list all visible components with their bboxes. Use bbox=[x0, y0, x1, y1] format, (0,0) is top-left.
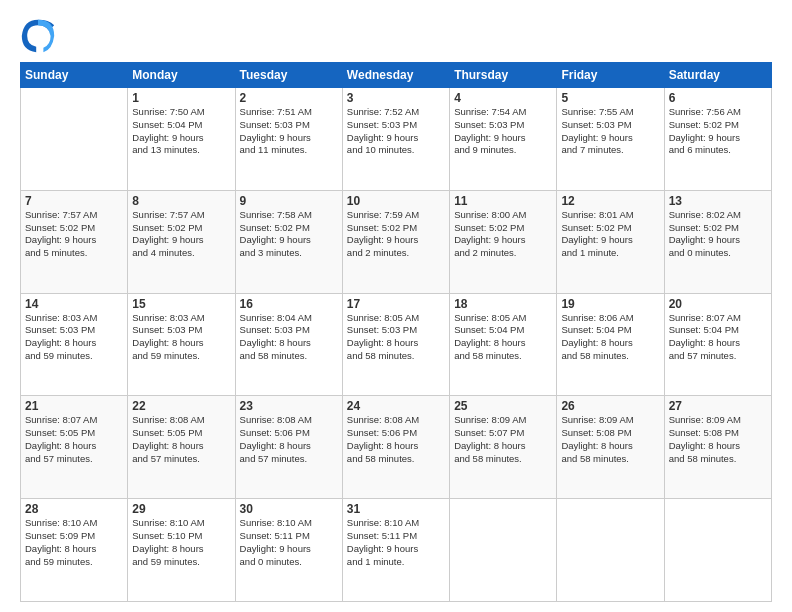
day-info: Sunrise: 7:51 AM Sunset: 5:03 PM Dayligh… bbox=[240, 106, 338, 157]
header-row: SundayMondayTuesdayWednesdayThursdayFrid… bbox=[21, 63, 772, 88]
day-cell: 9Sunrise: 7:58 AM Sunset: 5:02 PM Daylig… bbox=[235, 190, 342, 293]
day-info: Sunrise: 8:10 AM Sunset: 5:11 PM Dayligh… bbox=[240, 517, 338, 568]
day-number: 5 bbox=[561, 91, 659, 105]
day-number: 15 bbox=[132, 297, 230, 311]
day-number: 28 bbox=[25, 502, 123, 516]
day-number: 14 bbox=[25, 297, 123, 311]
day-number: 18 bbox=[454, 297, 552, 311]
day-cell: 30Sunrise: 8:10 AM Sunset: 5:11 PM Dayli… bbox=[235, 499, 342, 602]
day-info: Sunrise: 8:05 AM Sunset: 5:04 PM Dayligh… bbox=[454, 312, 552, 363]
day-number: 12 bbox=[561, 194, 659, 208]
day-info: Sunrise: 8:09 AM Sunset: 5:08 PM Dayligh… bbox=[669, 414, 767, 465]
day-number: 16 bbox=[240, 297, 338, 311]
day-cell: 31Sunrise: 8:10 AM Sunset: 5:11 PM Dayli… bbox=[342, 499, 449, 602]
day-info: Sunrise: 7:57 AM Sunset: 5:02 PM Dayligh… bbox=[132, 209, 230, 260]
day-info: Sunrise: 7:55 AM Sunset: 5:03 PM Dayligh… bbox=[561, 106, 659, 157]
logo bbox=[20, 18, 62, 54]
day-number: 11 bbox=[454, 194, 552, 208]
day-cell: 20Sunrise: 8:07 AM Sunset: 5:04 PM Dayli… bbox=[664, 293, 771, 396]
day-cell: 23Sunrise: 8:08 AM Sunset: 5:06 PM Dayli… bbox=[235, 396, 342, 499]
day-cell: 5Sunrise: 7:55 AM Sunset: 5:03 PM Daylig… bbox=[557, 88, 664, 191]
day-cell: 22Sunrise: 8:08 AM Sunset: 5:05 PM Dayli… bbox=[128, 396, 235, 499]
day-number: 7 bbox=[25, 194, 123, 208]
day-cell: 1Sunrise: 7:50 AM Sunset: 5:04 PM Daylig… bbox=[128, 88, 235, 191]
day-cell: 27Sunrise: 8:09 AM Sunset: 5:08 PM Dayli… bbox=[664, 396, 771, 499]
day-cell bbox=[450, 499, 557, 602]
day-cell bbox=[557, 499, 664, 602]
day-info: Sunrise: 8:03 AM Sunset: 5:03 PM Dayligh… bbox=[25, 312, 123, 363]
day-header-thursday: Thursday bbox=[450, 63, 557, 88]
day-cell: 3Sunrise: 7:52 AM Sunset: 5:03 PM Daylig… bbox=[342, 88, 449, 191]
week-row-4: 28Sunrise: 8:10 AM Sunset: 5:09 PM Dayli… bbox=[21, 499, 772, 602]
day-cell: 24Sunrise: 8:08 AM Sunset: 5:06 PM Dayli… bbox=[342, 396, 449, 499]
day-info: Sunrise: 7:57 AM Sunset: 5:02 PM Dayligh… bbox=[25, 209, 123, 260]
day-info: Sunrise: 7:54 AM Sunset: 5:03 PM Dayligh… bbox=[454, 106, 552, 157]
day-cell: 11Sunrise: 8:00 AM Sunset: 5:02 PM Dayli… bbox=[450, 190, 557, 293]
day-number: 13 bbox=[669, 194, 767, 208]
day-info: Sunrise: 7:58 AM Sunset: 5:02 PM Dayligh… bbox=[240, 209, 338, 260]
day-number: 27 bbox=[669, 399, 767, 413]
day-header-tuesday: Tuesday bbox=[235, 63, 342, 88]
day-number: 10 bbox=[347, 194, 445, 208]
day-number: 26 bbox=[561, 399, 659, 413]
day-info: Sunrise: 7:50 AM Sunset: 5:04 PM Dayligh… bbox=[132, 106, 230, 157]
day-info: Sunrise: 8:03 AM Sunset: 5:03 PM Dayligh… bbox=[132, 312, 230, 363]
day-info: Sunrise: 8:01 AM Sunset: 5:02 PM Dayligh… bbox=[561, 209, 659, 260]
logo-icon bbox=[20, 18, 56, 54]
day-cell: 4Sunrise: 7:54 AM Sunset: 5:03 PM Daylig… bbox=[450, 88, 557, 191]
day-info: Sunrise: 8:07 AM Sunset: 5:04 PM Dayligh… bbox=[669, 312, 767, 363]
day-number: 25 bbox=[454, 399, 552, 413]
day-cell: 12Sunrise: 8:01 AM Sunset: 5:02 PM Dayli… bbox=[557, 190, 664, 293]
day-number: 6 bbox=[669, 91, 767, 105]
day-header-saturday: Saturday bbox=[664, 63, 771, 88]
day-cell bbox=[21, 88, 128, 191]
day-cell: 13Sunrise: 8:02 AM Sunset: 5:02 PM Dayli… bbox=[664, 190, 771, 293]
day-number: 20 bbox=[669, 297, 767, 311]
day-number: 24 bbox=[347, 399, 445, 413]
day-info: Sunrise: 8:08 AM Sunset: 5:05 PM Dayligh… bbox=[132, 414, 230, 465]
day-number: 21 bbox=[25, 399, 123, 413]
day-cell: 15Sunrise: 8:03 AM Sunset: 5:03 PM Dayli… bbox=[128, 293, 235, 396]
week-row-0: 1Sunrise: 7:50 AM Sunset: 5:04 PM Daylig… bbox=[21, 88, 772, 191]
day-cell: 25Sunrise: 8:09 AM Sunset: 5:07 PM Dayli… bbox=[450, 396, 557, 499]
day-cell: 16Sunrise: 8:04 AM Sunset: 5:03 PM Dayli… bbox=[235, 293, 342, 396]
day-number: 19 bbox=[561, 297, 659, 311]
day-number: 4 bbox=[454, 91, 552, 105]
page: SundayMondayTuesdayWednesdayThursdayFrid… bbox=[0, 0, 792, 612]
day-cell: 29Sunrise: 8:10 AM Sunset: 5:10 PM Dayli… bbox=[128, 499, 235, 602]
day-number: 30 bbox=[240, 502, 338, 516]
day-number: 3 bbox=[347, 91, 445, 105]
day-info: Sunrise: 8:10 AM Sunset: 5:09 PM Dayligh… bbox=[25, 517, 123, 568]
week-row-2: 14Sunrise: 8:03 AM Sunset: 5:03 PM Dayli… bbox=[21, 293, 772, 396]
day-cell: 17Sunrise: 8:05 AM Sunset: 5:03 PM Dayli… bbox=[342, 293, 449, 396]
day-number: 29 bbox=[132, 502, 230, 516]
day-header-sunday: Sunday bbox=[21, 63, 128, 88]
day-cell: 26Sunrise: 8:09 AM Sunset: 5:08 PM Dayli… bbox=[557, 396, 664, 499]
day-header-monday: Monday bbox=[128, 63, 235, 88]
day-info: Sunrise: 8:09 AM Sunset: 5:08 PM Dayligh… bbox=[561, 414, 659, 465]
day-info: Sunrise: 8:10 AM Sunset: 5:10 PM Dayligh… bbox=[132, 517, 230, 568]
day-number: 17 bbox=[347, 297, 445, 311]
day-number: 1 bbox=[132, 91, 230, 105]
day-info: Sunrise: 7:52 AM Sunset: 5:03 PM Dayligh… bbox=[347, 106, 445, 157]
header bbox=[20, 18, 772, 54]
day-number: 23 bbox=[240, 399, 338, 413]
day-cell bbox=[664, 499, 771, 602]
day-cell: 18Sunrise: 8:05 AM Sunset: 5:04 PM Dayli… bbox=[450, 293, 557, 396]
day-info: Sunrise: 7:59 AM Sunset: 5:02 PM Dayligh… bbox=[347, 209, 445, 260]
day-info: Sunrise: 8:08 AM Sunset: 5:06 PM Dayligh… bbox=[240, 414, 338, 465]
day-info: Sunrise: 8:00 AM Sunset: 5:02 PM Dayligh… bbox=[454, 209, 552, 260]
day-header-wednesday: Wednesday bbox=[342, 63, 449, 88]
day-cell: 2Sunrise: 7:51 AM Sunset: 5:03 PM Daylig… bbox=[235, 88, 342, 191]
day-info: Sunrise: 8:09 AM Sunset: 5:07 PM Dayligh… bbox=[454, 414, 552, 465]
day-info: Sunrise: 8:07 AM Sunset: 5:05 PM Dayligh… bbox=[25, 414, 123, 465]
day-number: 2 bbox=[240, 91, 338, 105]
day-cell: 7Sunrise: 7:57 AM Sunset: 5:02 PM Daylig… bbox=[21, 190, 128, 293]
day-cell: 6Sunrise: 7:56 AM Sunset: 5:02 PM Daylig… bbox=[664, 88, 771, 191]
day-info: Sunrise: 8:04 AM Sunset: 5:03 PM Dayligh… bbox=[240, 312, 338, 363]
day-info: Sunrise: 8:08 AM Sunset: 5:06 PM Dayligh… bbox=[347, 414, 445, 465]
day-number: 22 bbox=[132, 399, 230, 413]
week-row-3: 21Sunrise: 8:07 AM Sunset: 5:05 PM Dayli… bbox=[21, 396, 772, 499]
day-cell: 8Sunrise: 7:57 AM Sunset: 5:02 PM Daylig… bbox=[128, 190, 235, 293]
week-row-1: 7Sunrise: 7:57 AM Sunset: 5:02 PM Daylig… bbox=[21, 190, 772, 293]
